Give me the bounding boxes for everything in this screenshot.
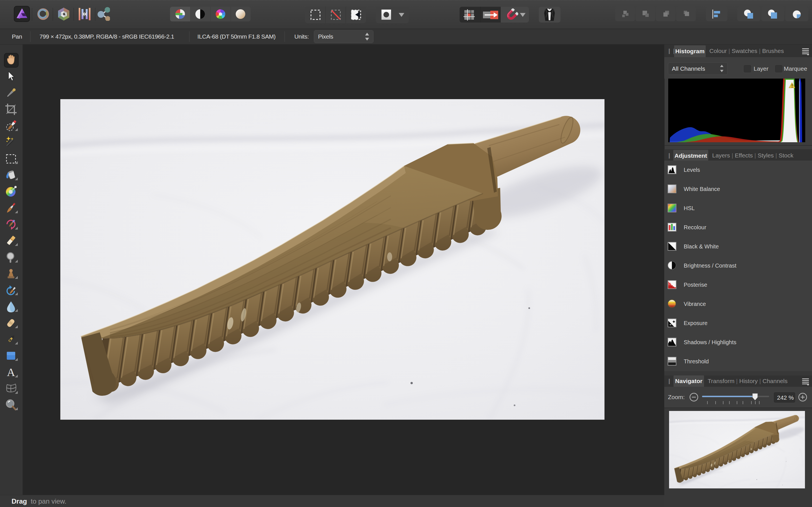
svg-text:A: A [7,366,15,378]
